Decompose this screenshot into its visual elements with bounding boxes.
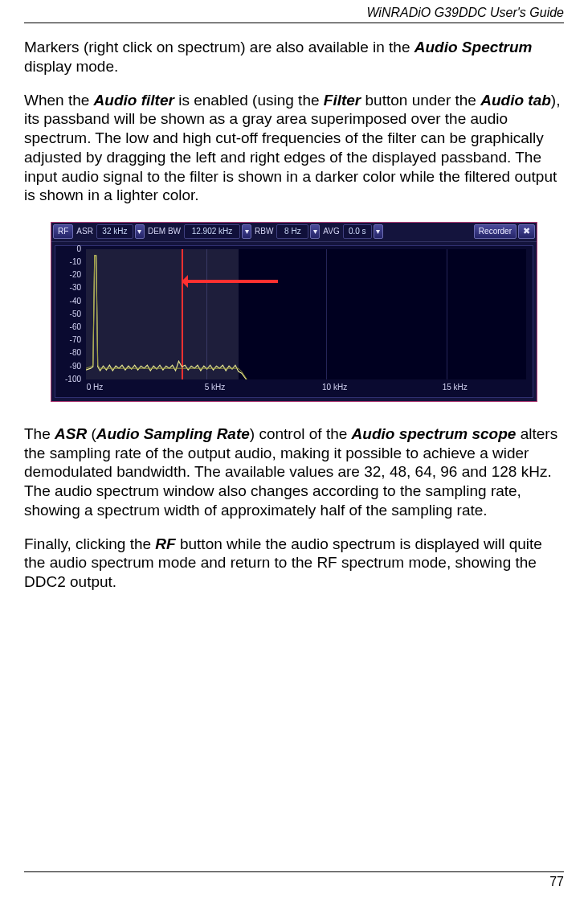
- y-tick: -80: [70, 348, 81, 359]
- recorder-button[interactable]: Recorder: [474, 224, 517, 239]
- footer-rule: [24, 871, 564, 872]
- term-asr: ASR: [55, 425, 87, 442]
- term-rf: RF: [155, 535, 175, 552]
- term-filter: Filter: [324, 92, 361, 109]
- dembw-dropdown-icon[interactable]: ▾: [242, 224, 251, 239]
- spectrum-trace: [86, 249, 526, 379]
- x-axis: 0 Hz 5 kHz 10 kHz 15 kHz: [86, 383, 526, 396]
- text: is enabled (using the: [174, 92, 324, 109]
- audio-spectrum-figure: RF ASR 32 kHz ▾ DEM BW 12.902 kHz ▾ RBW …: [51, 222, 537, 402]
- asr-value[interactable]: 32 kHz: [96, 224, 133, 239]
- paragraph-markers: Markers (right click on spectrum) are al…: [24, 38, 564, 76]
- paragraph-asr: The ASR (Audio Sampling Rate) control of…: [24, 424, 564, 520]
- term-audio-filter: Audio filter: [94, 92, 174, 109]
- dembw-value[interactable]: 12.902 kHz: [184, 224, 240, 239]
- y-tick: -10: [70, 257, 81, 268]
- y-tick: 0: [76, 244, 81, 255]
- text: (: [87, 425, 96, 442]
- y-tick: -70: [70, 335, 81, 346]
- y-tick: -60: [70, 322, 81, 333]
- paragraph-audio-filter: When the Audio filter is enabled (using …: [24, 91, 564, 206]
- x-tick: 15 kHz: [443, 383, 468, 393]
- x-tick: 5 kHz: [205, 383, 226, 393]
- text: button under the: [361, 92, 480, 109]
- y-axis: 0 -10 -20 -30 -40 -50 -60 -70 -80 -90 -1…: [55, 249, 83, 379]
- text: display mode.: [24, 58, 118, 75]
- page-header: WiNRADiO G39DDC User's Guide: [24, 0, 564, 21]
- rf-button[interactable]: RF: [53, 224, 73, 239]
- rbw-value[interactable]: 8 Hz: [276, 224, 308, 239]
- y-tick: -90: [70, 361, 81, 371]
- page-number: 77: [549, 874, 564, 890]
- plot-area[interactable]: [86, 249, 526, 379]
- term-audio-spectrum: Audio Spectrum: [414, 39, 533, 55]
- paragraph-rf: Finally, clicking the RF button while th…: [24, 535, 564, 592]
- y-tick: -20: [70, 270, 81, 281]
- asr-dropdown-icon[interactable]: ▾: [135, 224, 145, 239]
- text: ) control of the: [250, 425, 352, 442]
- figure-wrap: RF ASR 32 kHz ▾ DEM BW 12.902 kHz ▾ RBW …: [24, 219, 564, 402]
- y-tick: -100: [65, 375, 81, 385]
- term-audio-spectrum-scope: Audio spectrum scope: [352, 425, 517, 442]
- spectrum-toolbar: RF ASR 32 kHz ▾ DEM BW 12.902 kHz ▾ RBW …: [51, 223, 537, 242]
- rbw-dropdown-icon[interactable]: ▾: [310, 224, 320, 239]
- text: Finally, clicking the: [24, 535, 155, 552]
- settings-icon[interactable]: ✖: [518, 224, 535, 239]
- rbw-label: RBW: [253, 227, 275, 237]
- y-tick: -40: [70, 296, 81, 306]
- term-audio-sampling-rate: Audio Sampling Rate: [96, 425, 250, 442]
- spectrum-plot[interactable]: 4.000 kHz [ -86 dB] 0 -10 -20 -30 -40 -5…: [55, 245, 533, 398]
- text: The: [24, 425, 55, 442]
- term-audio-tab: Audio tab: [480, 92, 551, 109]
- dembw-label: DEM BW: [146, 227, 182, 237]
- x-tick: 0 Hz: [87, 383, 104, 393]
- text: Markers (right click on spectrum) are al…: [24, 39, 414, 55]
- text: When the: [24, 92, 94, 109]
- y-tick: -50: [70, 310, 81, 320]
- header-rule: [24, 23, 564, 23]
- avg-label: AVG: [321, 227, 341, 237]
- x-tick: 10 kHz: [322, 383, 347, 393]
- asr-label: ASR: [75, 227, 95, 237]
- avg-dropdown-icon[interactable]: ▾: [374, 224, 383, 239]
- y-tick: -30: [70, 283, 81, 293]
- avg-value[interactable]: 0.0 s: [343, 224, 372, 239]
